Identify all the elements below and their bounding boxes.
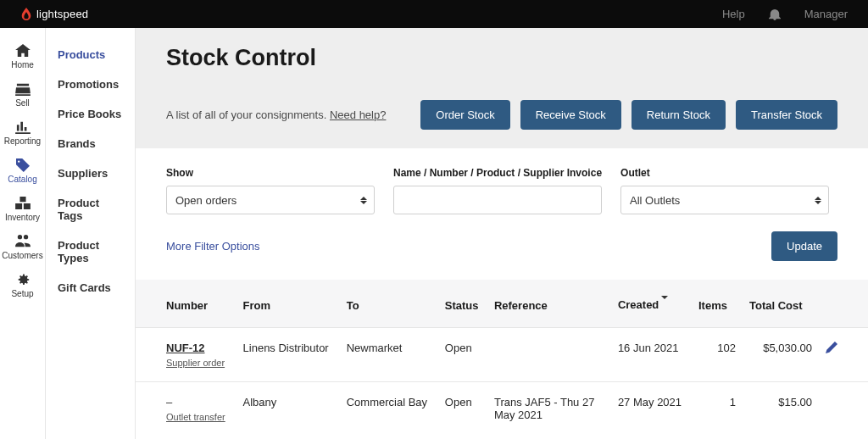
show-label: Show <box>166 167 375 179</box>
catalog-subnav: Products Promotions Price Books Brands S… <box>46 28 136 439</box>
return-stock-button[interactable]: Return Stock <box>632 100 726 130</box>
consignment-type-link[interactable]: Supplier order <box>166 358 230 368</box>
search-label: Name / Number / Product / Supplier Invoi… <box>393 167 602 179</box>
subnav-item-pricebooks[interactable]: Price Books <box>46 99 135 129</box>
table-header-row: Number From To Status Reference Created … <box>136 280 868 328</box>
outlet-select[interactable]: All Outlets <box>620 186 829 214</box>
cell-status: Open <box>438 328 487 382</box>
topbar: lightspeed Help Manager <box>0 0 868 28</box>
th-created[interactable]: Created <box>611 280 692 328</box>
th-items[interactable]: Items <box>692 280 743 328</box>
help-link[interactable]: Help <box>722 8 745 20</box>
page-title: Stock Control <box>166 45 837 71</box>
rail-label: Catalog <box>8 175 36 184</box>
rail-item-inventory[interactable]: Inventory <box>0 191 45 229</box>
cell-from: Linens Distributor <box>236 328 340 382</box>
search-input[interactable] <box>403 194 593 207</box>
rail-item-customers[interactable]: Customers <box>0 229 45 267</box>
table-row: – Outlet transfer Albany Commercial Bay … <box>136 382 868 436</box>
search-input-wrapper <box>393 186 602 214</box>
rail-item-home[interactable]: Home <box>0 38 45 76</box>
th-number[interactable]: Number <box>136 280 236 328</box>
cell-items: 102 <box>692 328 743 382</box>
rail-label: Customers <box>2 251 42 260</box>
th-to[interactable]: To <box>340 280 438 328</box>
brand-logo[interactable]: lightspeed <box>20 8 88 21</box>
register-icon <box>15 82 31 96</box>
cell-to: Commercial Bay <box>340 382 438 436</box>
consignments-table: Number From To Status Reference Created … <box>136 280 868 436</box>
sort-desc-icon <box>661 299 668 312</box>
rail-label: Reporting <box>4 136 41 146</box>
subnav-item-producttypes[interactable]: Product Types <box>46 231 135 273</box>
consignment-number-link[interactable]: – <box>166 396 230 408</box>
rail-item-catalog[interactable]: Catalog <box>0 153 45 191</box>
spinner-icon <box>360 186 367 214</box>
user-menu[interactable]: Manager <box>804 8 848 20</box>
update-button[interactable]: Update <box>771 231 837 261</box>
cell-items: 1 <box>692 382 743 436</box>
rail-label: Home <box>11 60 34 69</box>
consignments-table-wrap: Number From To Status Reference Created … <box>136 280 868 436</box>
receive-stock-button[interactable]: Receive Stock <box>520 100 621 130</box>
outlet-value: All Outlets <box>630 194 680 207</box>
page-header: Stock Control A list of all of your cons… <box>136 28 868 148</box>
gear-icon <box>15 273 31 286</box>
tag-icon <box>15 158 31 172</box>
filter-panel: Show Open orders Name / Number / Product… <box>136 148 868 280</box>
home-icon <box>15 44 31 58</box>
consignment-number-link[interactable]: NUF-12 <box>166 342 230 354</box>
spinner-icon <box>815 186 821 214</box>
th-edit <box>819 280 868 328</box>
subnav-item-promotions[interactable]: Promotions <box>46 69 135 99</box>
cell-from: Albany <box>236 382 340 436</box>
rail-item-setup[interactable]: Setup <box>0 267 45 305</box>
show-value: Open orders <box>175 194 236 207</box>
transfer-stock-button[interactable]: Transfer Stock <box>736 100 837 130</box>
subtitle-text: A list of all of your consignments. <box>166 108 330 121</box>
subnav-item-brands[interactable]: Brands <box>46 129 135 158</box>
th-reference[interactable]: Reference <box>487 280 611 328</box>
more-filter-options-link[interactable]: More Filter Options <box>166 240 260 253</box>
subnav-item-producttags[interactable]: Product Tags <box>46 188 135 231</box>
rail-label: Inventory <box>5 213 40 222</box>
flame-icon <box>20 8 32 21</box>
consignment-type-link[interactable]: Outlet transfer <box>166 412 230 422</box>
subnav-item-giftcards[interactable]: Gift Cards <box>46 273 135 303</box>
show-select[interactable]: Open orders <box>166 186 375 214</box>
page-subtitle: A list of all of your consignments. Need… <box>166 108 386 121</box>
rail-item-sell[interactable]: Sell <box>0 76 45 114</box>
subnav-item-products[interactable]: Products <box>46 40 135 69</box>
order-stock-button[interactable]: Order Stock <box>420 100 509 130</box>
brand-name: lightspeed <box>36 8 88 20</box>
rail-label: Setup <box>11 289 33 298</box>
rail-label: Sell <box>15 98 30 108</box>
subnav-item-suppliers[interactable]: Suppliers <box>46 158 135 188</box>
content-area: Stock Control A list of all of your cons… <box>136 28 868 439</box>
outlet-label: Outlet <box>620 167 829 179</box>
th-total-cost[interactable]: Total Cost <box>743 280 819 328</box>
chart-icon <box>15 120 31 134</box>
th-status[interactable]: Status <box>438 280 487 328</box>
cell-created: 27 May 2021 <box>611 382 692 436</box>
cell-cost: $5,030.00 <box>743 328 819 382</box>
cell-status: Open <box>438 382 487 436</box>
cell-reference <box>487 328 611 382</box>
cell-cost: $15.00 <box>743 382 819 436</box>
table-row: NUF-12 Supplier order Linens Distributor… <box>136 328 868 382</box>
rail-item-reporting[interactable]: Reporting <box>0 114 45 153</box>
people-icon <box>15 235 31 248</box>
pencil-icon[interactable] <box>826 342 837 353</box>
primary-nav: Home Sell Reporting Catalog Inventory Cu… <box>0 28 46 439</box>
th-from[interactable]: From <box>236 280 340 328</box>
cell-created: 16 Jun 2021 <box>611 328 692 382</box>
bell-icon[interactable] <box>769 8 781 20</box>
cell-to: Newmarket <box>340 328 438 382</box>
need-help-link[interactable]: Need help? <box>330 108 387 121</box>
cell-reference: Trans JAF5 - Thu 27 May 2021 <box>487 382 611 436</box>
boxes-icon <box>15 197 31 210</box>
